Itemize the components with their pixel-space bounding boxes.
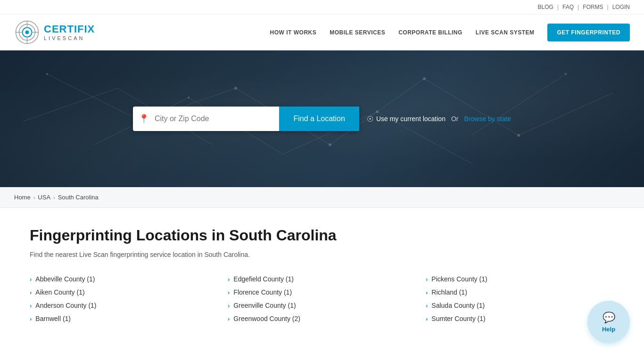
list-item[interactable]: › Anderson County (1) — [30, 302, 218, 309]
browse-by-state-link[interactable]: Browse by state — [464, 115, 512, 123]
breadcrumb-home[interactable]: Home — [14, 194, 31, 201]
breadcrumb-arrow-1: › — [33, 195, 35, 200]
county-link[interactable]: Greenville County (1) — [233, 302, 296, 309]
logo-certifix: CERTIFIX — [44, 24, 95, 35]
logo-text: CERTIFIX LIVESCAN — [44, 24, 95, 41]
separator-3: | — [607, 4, 609, 10]
nav-corporate-billing[interactable]: CORPORATE BILLING — [398, 29, 462, 36]
svg-point-3 — [25, 31, 29, 34]
list-item[interactable]: › Richland (1) — [426, 288, 614, 296]
list-item[interactable]: › Florence County (1) — [228, 288, 416, 296]
find-location-button[interactable]: Find a Location — [279, 107, 359, 131]
county-link[interactable]: Aiken County (1) — [35, 288, 84, 296]
svg-point-25 — [517, 134, 520, 137]
county-link[interactable]: Barnwell (1) — [35, 315, 71, 322]
breadcrumb-usa[interactable]: USA — [38, 194, 50, 201]
blog-link[interactable]: BLOG — [538, 4, 553, 10]
list-item[interactable]: › Greenville County (1) — [228, 302, 416, 309]
county-arrow-icon: › — [426, 302, 428, 309]
breadcrumb-current: South Carolina — [58, 194, 99, 201]
county-link[interactable]: Pickens County (1) — [431, 275, 487, 283]
list-item[interactable]: › Edgefield County (1) — [228, 275, 416, 283]
county-arrow-icon: › — [228, 289, 230, 296]
separator-2: | — [578, 4, 579, 10]
pin-icon: 📍 — [133, 114, 155, 124]
use-location-text: Use my current location — [376, 115, 446, 123]
svg-point-23 — [329, 143, 331, 146]
hero-section: 📍 Find a Location ☉ Use my current locat… — [0, 50, 644, 187]
county-arrow-icon: › — [426, 315, 428, 322]
list-item[interactable]: › Greenwood County (2) — [228, 315, 416, 322]
logo[interactable]: CERTIFIX LIVESCAN — [14, 19, 95, 45]
search-bar: 📍 Find a Location — [133, 107, 359, 131]
nav-mobile-services[interactable]: MOBILE SERVICES — [330, 29, 385, 36]
county-link[interactable]: Anderson County (1) — [35, 302, 96, 309]
county-link[interactable]: Saluda County (1) — [431, 302, 485, 309]
page-description: Find the nearest Live Scan fingerprintin… — [30, 251, 614, 258]
login-link[interactable]: LOGIN — [612, 4, 630, 10]
list-item[interactable]: › Saluda County (1) — [426, 302, 614, 309]
county-arrow-icon: › — [426, 276, 428, 283]
county-arrow-icon: › — [228, 302, 230, 309]
logo-icon — [14, 19, 40, 45]
county-arrow-icon: › — [30, 276, 32, 283]
top-bar: BLOG | FAQ | FORMS | LOGIN — [0, 0, 644, 15]
hero-content: 📍 Find a Location ☉ Use my current locat… — [0, 107, 644, 131]
search-input[interactable] — [155, 107, 280, 131]
faq-link[interactable]: FAQ — [562, 4, 574, 10]
help-button[interactable]: 💬 Help — [587, 301, 630, 343]
county-arrow-icon: › — [228, 276, 230, 283]
separator-1: | — [557, 4, 559, 10]
location-target-icon: ☉ — [367, 115, 373, 123]
county-arrow-icon: › — [30, 302, 32, 309]
list-item[interactable]: › Barnwell (1) — [30, 315, 218, 322]
logo-livescan: LIVESCAN — [44, 35, 95, 41]
county-arrow-icon: › — [426, 289, 428, 296]
county-link[interactable]: Greenwood County (2) — [233, 315, 300, 322]
svg-point-24 — [423, 77, 426, 80]
list-item[interactable]: › Pickens County (1) — [426, 275, 614, 283]
nav-live-scan-system[interactable]: LIVE SCAN SYSTEM — [476, 29, 535, 36]
breadcrumb-arrow-2: › — [53, 195, 55, 200]
county-link[interactable]: Sumter County (1) — [431, 315, 485, 322]
list-item[interactable]: › Sumter County (1) — [426, 315, 614, 322]
location-options: ☉ Use my current location Or Browse by s… — [367, 115, 511, 123]
svg-point-27 — [188, 97, 190, 99]
get-fingerprinted-button[interactable]: GET FINGERPRINTED — [547, 24, 630, 41]
county-link[interactable]: Edgefield County (1) — [233, 275, 294, 283]
help-icon: 💬 — [603, 312, 615, 324]
county-link[interactable]: Richland (1) — [431, 288, 467, 296]
header: CERTIFIX LIVESCAN HOW IT WORKS MOBILE SE… — [0, 15, 644, 50]
main-nav: HOW IT WORKS MOBILE SERVICES CORPORATE B… — [270, 24, 630, 41]
forms-link[interactable]: FORMS — [583, 4, 603, 10]
county-link[interactable]: Florence County (1) — [233, 288, 292, 296]
use-current-location[interactable]: ☉ Use my current location — [367, 115, 446, 123]
svg-point-22 — [234, 87, 237, 90]
county-grid: › Abbeville County (1) › Edgefield Count… — [30, 275, 614, 322]
breadcrumb: Home › USA › South Carolina — [0, 187, 644, 208]
list-item[interactable]: › Aiken County (1) — [30, 288, 218, 296]
list-item[interactable]: › Abbeville County (1) — [30, 275, 218, 283]
nav-how-it-works[interactable]: HOW IT WORKS — [270, 29, 317, 36]
county-arrow-icon: › — [30, 289, 32, 296]
page-title: Fingerprinting Locations in South Caroli… — [30, 227, 614, 244]
county-link[interactable]: Abbeville County (1) — [35, 275, 95, 283]
main-content: Fingerprinting Locations in South Caroli… — [16, 208, 628, 351]
or-text: Or — [451, 115, 459, 123]
county-arrow-icon: › — [30, 315, 32, 322]
help-label: Help — [602, 326, 615, 333]
county-arrow-icon: › — [228, 315, 230, 322]
svg-point-26 — [46, 73, 48, 75]
svg-point-29 — [565, 73, 567, 75]
